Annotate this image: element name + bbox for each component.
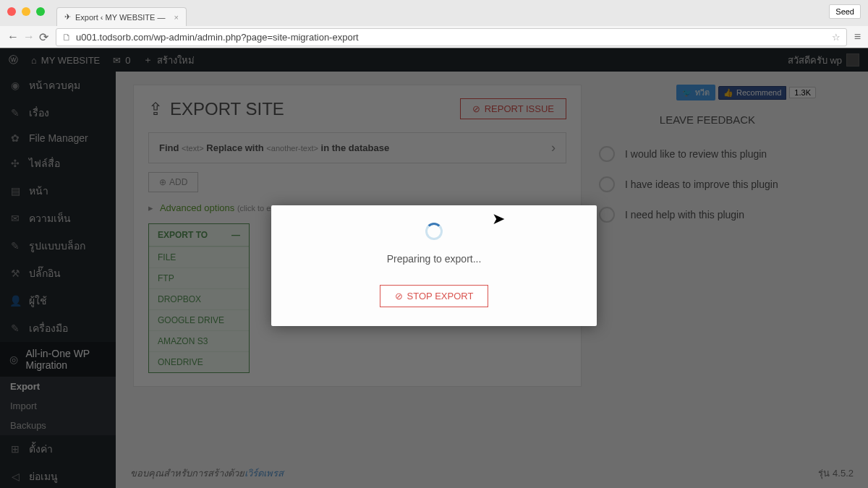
back-icon[interactable]: ← (7, 30, 19, 44)
window-controls (7, 7, 45, 16)
tab-close-icon[interactable]: × (174, 13, 179, 22)
forward-icon[interactable]: → (23, 30, 35, 44)
maximize-window-icon[interactable] (36, 7, 45, 16)
stop-export-button[interactable]: ⊘ STOP EXPORT (380, 285, 489, 307)
stop-icon: ⊘ (395, 291, 403, 301)
minimize-window-icon[interactable] (22, 7, 30, 16)
nav-arrows: ← → ⟳ (7, 30, 48, 44)
modal-overlay: Preparing to export... ⊘ STOP EXPORT (0, 48, 868, 488)
site-icon: 🗋 (62, 32, 72, 43)
browser-chrome: ✈ Export ‹ MY WEBSITE — × Seed ← → ⟳ 🗋 u… (0, 0, 868, 48)
close-window-icon[interactable] (7, 7, 16, 16)
url-input[interactable]: 🗋 u001.todsorb.com/wp-admin/admin.php?pa… (56, 28, 847, 46)
url-text: u001.todsorb.com/wp-admin/admin.php?page… (76, 32, 359, 43)
tab-title: Export ‹ MY WEBSITE — (75, 13, 166, 22)
modal-status-text: Preparing to export... (286, 253, 582, 265)
spinner-icon (425, 223, 443, 240)
browser-tab[interactable]: ✈ Export ‹ MY WEBSITE — × (56, 7, 187, 26)
bookmark-icon[interactable]: ☆ (832, 32, 841, 43)
tab-favicon-icon: ✈ (64, 12, 71, 22)
reload-icon[interactable]: ⟳ (39, 30, 48, 44)
export-modal: Preparing to export... ⊘ STOP EXPORT (271, 205, 597, 326)
hamburger-icon[interactable]: ≡ (854, 30, 861, 43)
seed-button[interactable]: Seed (829, 4, 861, 19)
